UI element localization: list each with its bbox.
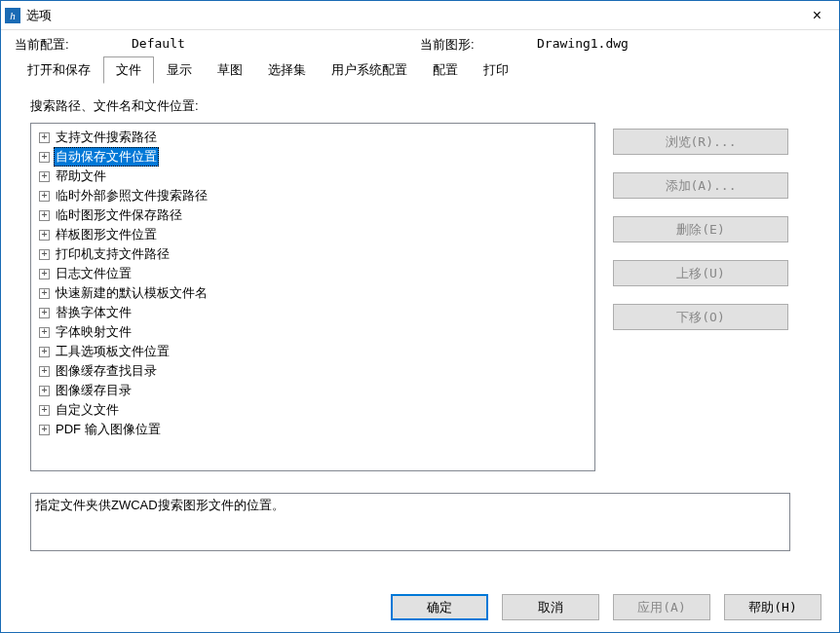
tree-item[interactable]: +支持文件搜索路径	[33, 128, 592, 147]
content-area: 搜索路径、文件名和文件位置: +支持文件搜索路径+自动保存文件位置+帮助文件+临…	[1, 84, 839, 584]
browse-button[interactable]: 浏览(R)...	[613, 129, 788, 155]
expand-icon[interactable]: +	[39, 230, 50, 241]
help-button[interactable]: 帮助(H)	[724, 594, 821, 620]
info-row: 当前配置: Default 当前图形: Drawing1.dwg	[1, 30, 839, 56]
section-label: 搜索路径、文件名和文件位置:	[30, 97, 821, 115]
tree-item-label: 日志文件位置	[54, 264, 134, 283]
current-drawing-label: 当前图形:	[420, 36, 527, 54]
options-dialog: h 选项 × 当前配置: Default 当前图形: Drawing1.dwg …	[0, 0, 840, 633]
tree-item-label: 自定义文件	[54, 400, 121, 420]
tree-item[interactable]: +字体映射文件	[33, 322, 592, 342]
description-box: 指定文件夹供ZWCAD搜索图形文件的位置。	[30, 493, 790, 551]
move-down-button[interactable]: 下移(O)	[613, 304, 788, 330]
tree-item-label: 替换字体文件	[54, 303, 134, 322]
delete-button[interactable]: 删除(E)	[613, 216, 788, 242]
expand-icon[interactable]: +	[39, 249, 50, 260]
current-config-value: Default	[132, 36, 185, 54]
tree-item[interactable]: +图像缓存目录	[33, 381, 592, 400]
tree-item[interactable]: +临时外部参照文件搜索路径	[33, 186, 592, 205]
current-config-group: 当前配置: Default	[15, 36, 420, 54]
expand-icon[interactable]: +	[39, 152, 50, 163]
main-row: +支持文件搜索路径+自动保存文件位置+帮助文件+临时外部参照文件搜索路径+临时图…	[30, 123, 821, 471]
tab-selection[interactable]: 选择集	[255, 56, 319, 84]
side-buttons: 浏览(R)... 添加(A)... 删除(E) 上移(U) 下移(O)	[613, 123, 788, 471]
tab-user-preferences[interactable]: 用户系统配置	[319, 56, 420, 84]
expand-icon[interactable]: +	[39, 347, 50, 357]
titlebar: h 选项 ×	[1, 1, 839, 30]
tabs-row: 打开和保存 文件 显示 草图 选择集 用户系统配置 配置 打印	[1, 56, 839, 84]
tree-item-label: 打印机支持文件路径	[54, 244, 172, 264]
expand-icon[interactable]: +	[39, 405, 50, 416]
tree-item[interactable]: +临时图形文件保存路径	[33, 205, 592, 225]
tab-profiles[interactable]: 配置	[420, 56, 471, 84]
tree-item[interactable]: +打印机支持文件路径	[33, 244, 592, 264]
move-up-button[interactable]: 上移(U)	[613, 260, 788, 286]
tab-files[interactable]: 文件	[103, 56, 154, 84]
apply-button[interactable]: 应用(A)	[613, 594, 710, 620]
app-icon: h	[5, 8, 20, 23]
tree-item[interactable]: +自定义文件	[33, 400, 592, 420]
tree-item-label: 自动保存文件位置	[54, 147, 159, 167]
tree-item[interactable]: +PDF 输入图像位置	[33, 420, 592, 439]
tree-item[interactable]: +样板图形文件位置	[33, 225, 592, 244]
expand-icon[interactable]: +	[39, 191, 50, 202]
expand-icon[interactable]: +	[39, 132, 50, 143]
current-drawing-value: Drawing1.dwg	[537, 36, 629, 54]
current-drawing-group: 当前图形: Drawing1.dwg	[420, 36, 825, 54]
close-icon: ×	[813, 7, 821, 24]
close-button[interactable]: ×	[795, 1, 839, 30]
expand-icon[interactable]: +	[39, 171, 50, 182]
tree-item[interactable]: +图像缓存查找目录	[33, 361, 592, 381]
ok-button[interactable]: 确定	[391, 594, 488, 620]
tree-item[interactable]: +自动保存文件位置	[33, 147, 592, 167]
tree-item-label: 快速新建的默认模板文件名	[54, 283, 210, 303]
tree-item-label: 工具选项板文件位置	[54, 342, 172, 361]
window-title: 选项	[26, 7, 52, 24]
tree-item-label: 样板图形文件位置	[54, 225, 159, 244]
cancel-button[interactable]: 取消	[502, 594, 599, 620]
tree-item-label: 字体映射文件	[54, 322, 134, 342]
expand-icon[interactable]: +	[39, 366, 50, 377]
tree-item[interactable]: +帮助文件	[33, 167, 592, 186]
expand-icon[interactable]: +	[39, 269, 50, 279]
expand-icon[interactable]: +	[39, 327, 50, 338]
expand-icon[interactable]: +	[39, 425, 50, 435]
tree-item[interactable]: +替换字体文件	[33, 303, 592, 322]
path-tree[interactable]: +支持文件搜索路径+自动保存文件位置+帮助文件+临时外部参照文件搜索路径+临时图…	[30, 123, 595, 471]
tree-item-label: 支持文件搜索路径	[54, 128, 159, 147]
tab-print[interactable]: 打印	[471, 56, 521, 84]
tab-display[interactable]: 显示	[154, 56, 205, 84]
bottom-buttons-row: 确定 取消 应用(A) 帮助(H)	[1, 584, 839, 632]
tree-item[interactable]: +工具选项板文件位置	[33, 342, 592, 361]
tree-item-label: 临时图形文件保存路径	[54, 205, 184, 225]
tab-drafting[interactable]: 草图	[205, 56, 255, 84]
tree-item-label: 图像缓存目录	[54, 381, 134, 400]
expand-icon[interactable]: +	[39, 288, 50, 299]
tree-item-label: 图像缓存查找目录	[54, 361, 159, 381]
add-button[interactable]: 添加(A)...	[613, 172, 788, 199]
expand-icon[interactable]: +	[39, 210, 50, 221]
current-config-label: 当前配置:	[15, 36, 122, 54]
tree-item-label: PDF 输入图像位置	[54, 420, 163, 439]
tree-item[interactable]: +快速新建的默认模板文件名	[33, 283, 592, 303]
tab-open-save[interactable]: 打开和保存	[15, 56, 103, 84]
expand-icon[interactable]: +	[39, 308, 50, 318]
tree-item-label: 临时外部参照文件搜索路径	[54, 186, 210, 205]
expand-icon[interactable]: +	[39, 386, 50, 396]
tree-item-label: 帮助文件	[54, 167, 108, 186]
tree-item[interactable]: +日志文件位置	[33, 264, 592, 283]
description-text: 指定文件夹供ZWCAD搜索图形文件的位置。	[35, 498, 285, 512]
